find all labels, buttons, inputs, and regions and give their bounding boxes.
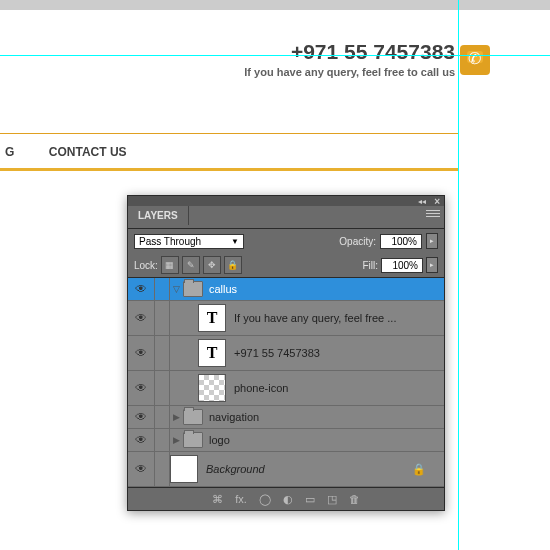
lock-row: Lock: ▦ ✎ ✥ 🔒 Fill: 100% ▸ (128, 253, 444, 278)
link-column (155, 452, 170, 486)
layer-text-phone[interactable]: 👁 T +971 55 7457383 (128, 336, 444, 371)
text-layer-icon: T (198, 304, 226, 332)
new-layer-icon[interactable]: ◳ (327, 493, 337, 506)
panel-titlebar[interactable]: ◂◂ × (128, 196, 444, 206)
nav-item-contact[interactable]: CONTACT US (49, 145, 127, 159)
query-text: If you have any query, feel free to call… (244, 66, 455, 78)
background-thumb (170, 455, 198, 483)
adjustment-icon[interactable]: ◐ (283, 493, 293, 506)
guide-vertical[interactable] (458, 0, 459, 550)
link-layers-icon[interactable]: ⌘ (212, 493, 223, 506)
layer-name[interactable]: +971 55 7457383 (234, 347, 444, 359)
opacity-label: Opacity: (339, 236, 376, 247)
link-column (155, 336, 170, 370)
blend-row: Pass Through ▼ Opacity: 100% ▸ (128, 229, 444, 253)
blend-mode-select[interactable]: Pass Through ▼ (134, 234, 244, 249)
mask-icon[interactable]: ◯ (259, 493, 271, 506)
visibility-icon[interactable]: 👁 (128, 278, 155, 300)
link-column (155, 371, 170, 405)
link-column (155, 301, 170, 335)
tab-layers[interactable]: LAYERS (128, 206, 189, 225)
layer-name[interactable]: phone-icon (234, 382, 444, 394)
layer-name[interactable]: logo (209, 434, 444, 446)
lock-position-icon[interactable]: ✥ (203, 256, 221, 274)
fill-arrow-icon[interactable]: ▸ (426, 257, 438, 273)
layer-phone-icon[interactable]: 👁 phone-icon (128, 371, 444, 406)
raster-layer-icon (198, 374, 226, 402)
visibility-icon[interactable]: 👁 (128, 452, 155, 486)
layer-name[interactable]: navigation (209, 411, 444, 423)
phone-icon (460, 45, 490, 75)
panel-menu-icon[interactable] (426, 210, 440, 220)
layer-background[interactable]: 👁 Background 🔒 (128, 452, 444, 487)
layer-name[interactable]: callus (209, 283, 444, 295)
panel-footer: ⌘ fx. ◯ ◐ ▭ ◳ 🗑 (128, 487, 444, 510)
fill-input[interactable]: 100% (381, 258, 423, 273)
lock-all-icon[interactable]: 🔒 (224, 256, 242, 274)
visibility-icon[interactable]: 👁 (128, 301, 155, 335)
visibility-icon[interactable]: 👁 (128, 371, 155, 405)
layer-name[interactable]: Background (206, 463, 412, 475)
folder-icon (183, 281, 203, 297)
guide-horizontal[interactable] (0, 55, 550, 56)
nav-item-partial[interactable]: G (5, 145, 14, 159)
panel-tabs: LAYERS (128, 206, 444, 229)
phone-number: +971 55 7457383 (244, 40, 455, 64)
visibility-icon[interactable]: 👁 (128, 336, 155, 370)
blend-mode-value: Pass Through (139, 236, 201, 247)
folder-icon (183, 409, 203, 425)
layer-name[interactable]: If you have any query, feel free ... (234, 312, 444, 324)
disclosure-icon[interactable]: ▶ (173, 435, 180, 445)
collapse-icon[interactable]: ◂◂ (418, 197, 426, 206)
canvas: +971 55 7457383 If you have any query, f… (0, 0, 550, 550)
trash-icon[interactable]: 🗑 (349, 493, 360, 505)
header-block: +971 55 7457383 If you have any query, f… (244, 40, 455, 78)
visibility-icon[interactable]: 👁 (128, 406, 155, 428)
ruler-top (0, 0, 550, 10)
lock-icon[interactable]: 🔒 (412, 463, 426, 476)
text-layer-icon: T (198, 339, 226, 367)
layer-text-query[interactable]: 👁 T If you have any query, feel free ... (128, 301, 444, 336)
link-column (155, 278, 170, 300)
layer-group-callus[interactable]: 👁 ▽ callus (128, 278, 444, 301)
chevron-down-icon: ▼ (231, 237, 239, 246)
layer-list: 👁 ▽ callus 👁 T If you have any query, fe… (128, 278, 444, 487)
layer-group-navigation[interactable]: 👁 ▶ navigation (128, 406, 444, 429)
lock-pixels-icon[interactable]: ✎ (182, 256, 200, 274)
nav-bar: G CONTACT US (0, 133, 458, 171)
opacity-input[interactable]: 100% (380, 234, 422, 249)
opacity-arrow-icon[interactable]: ▸ (426, 233, 438, 249)
disclosure-icon[interactable]: ▶ (173, 412, 180, 422)
lock-transparent-icon[interactable]: ▦ (161, 256, 179, 274)
layers-panel[interactable]: ◂◂ × LAYERS Pass Through ▼ Opacity: 100%… (127, 195, 445, 511)
group-icon[interactable]: ▭ (305, 493, 315, 506)
link-column (155, 429, 170, 451)
layer-group-logo[interactable]: 👁 ▶ logo (128, 429, 444, 452)
lock-label: Lock: (134, 260, 158, 271)
disclosure-icon[interactable]: ▽ (173, 284, 180, 294)
fill-label: Fill: (362, 260, 378, 271)
visibility-icon[interactable]: 👁 (128, 429, 155, 451)
link-column (155, 406, 170, 428)
fx-icon[interactable]: fx. (235, 493, 247, 505)
folder-icon (183, 432, 203, 448)
